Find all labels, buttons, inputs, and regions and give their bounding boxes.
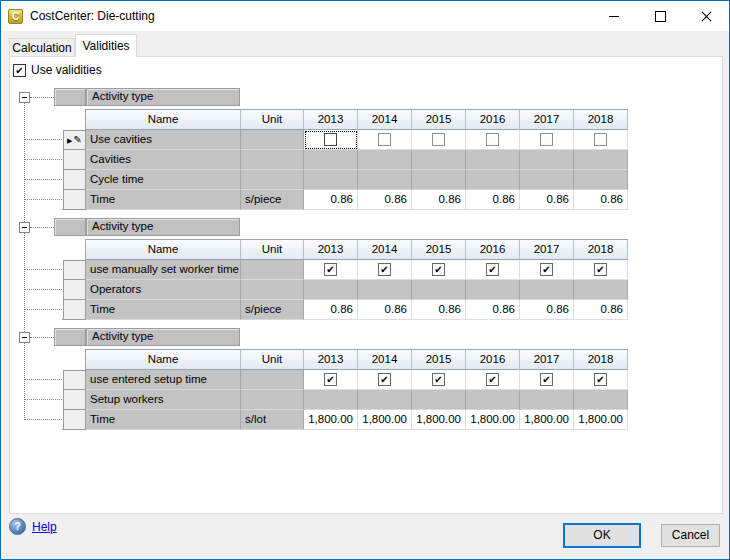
column-header-year[interactable]: 2016 xyxy=(466,110,520,130)
year-value-cell[interactable]: 1,800.00 xyxy=(358,410,412,430)
year-checkbox-cell[interactable] xyxy=(574,130,628,150)
year-value-cell[interactable]: 0.86 xyxy=(520,300,574,320)
unchecked-checkbox[interactable] xyxy=(594,133,607,146)
checked-checkbox[interactable]: ✔ xyxy=(486,263,499,276)
row-selector[interactable]: ▶✎ xyxy=(63,130,86,150)
row-selector[interactable] xyxy=(63,300,86,320)
collapse-button[interactable] xyxy=(19,222,30,233)
app-icon[interactable]: C xyxy=(8,9,23,24)
year-checkbox-cell[interactable]: ✔ xyxy=(358,260,412,280)
year-checkbox-cell[interactable]: ✔ xyxy=(520,370,574,390)
column-header-year[interactable]: 2018 xyxy=(574,110,628,130)
checked-checkbox[interactable]: ✔ xyxy=(540,373,553,386)
year-value-cell[interactable]: 0.86 xyxy=(358,300,412,320)
column-header-year[interactable]: 2017 xyxy=(520,350,574,370)
row-selector[interactable] xyxy=(63,170,86,190)
close-button[interactable] xyxy=(683,1,729,31)
column-header-year[interactable]: 2018 xyxy=(574,240,628,260)
row-selector[interactable] xyxy=(63,370,86,390)
checked-checkbox[interactable]: ✔ xyxy=(432,263,445,276)
unchecked-checkbox[interactable] xyxy=(486,133,499,146)
year-checkbox-cell[interactable]: ✔ xyxy=(358,370,412,390)
cancel-button[interactable]: Cancel xyxy=(661,524,720,547)
year-checkbox-cell[interactable]: ✔ xyxy=(574,370,628,390)
year-value-cell[interactable]: 1,800.00 xyxy=(412,410,466,430)
year-value-cell[interactable]: 0.86 xyxy=(466,300,520,320)
collapse-button[interactable] xyxy=(19,92,30,103)
year-value-cell[interactable]: 0.86 xyxy=(412,300,466,320)
column-header-name[interactable]: Name xyxy=(86,110,241,130)
column-header-unit[interactable]: Unit xyxy=(241,350,304,370)
column-header-year[interactable]: 2013 xyxy=(304,110,358,130)
column-header-year[interactable]: 2013 xyxy=(304,240,358,260)
column-header-year[interactable]: 2014 xyxy=(358,240,412,260)
year-checkbox-cell[interactable] xyxy=(466,130,520,150)
checked-checkbox[interactable]: ✔ xyxy=(378,373,391,386)
row-selector[interactable] xyxy=(63,260,86,280)
column-header-year[interactable]: 2016 xyxy=(466,350,520,370)
year-value-cell[interactable]: 1,800.00 xyxy=(304,410,358,430)
column-header-year[interactable]: 2014 xyxy=(358,350,412,370)
column-header-year[interactable]: 2016 xyxy=(466,240,520,260)
maximize-button[interactable] xyxy=(637,1,683,31)
year-checkbox-cell[interactable] xyxy=(520,130,574,150)
year-value-cell[interactable]: 1,800.00 xyxy=(466,410,520,430)
checked-checkbox[interactable]: ✔ xyxy=(324,373,337,386)
year-value-cell[interactable]: 1,800.00 xyxy=(574,410,628,430)
help-icon[interactable]: ? xyxy=(9,518,26,535)
column-header-unit[interactable]: Unit xyxy=(241,110,304,130)
checked-checkbox[interactable]: ✔ xyxy=(378,263,391,276)
row-selector[interactable] xyxy=(63,410,86,430)
column-header-year[interactable]: 2015 xyxy=(412,110,466,130)
column-header-name[interactable]: Name xyxy=(86,240,241,260)
year-value-cell[interactable]: 1,800.00 xyxy=(520,410,574,430)
column-header-year[interactable]: 2015 xyxy=(412,350,466,370)
column-header-year[interactable]: 2017 xyxy=(520,110,574,130)
checked-checkbox[interactable]: ✔ xyxy=(594,263,607,276)
checked-checkbox[interactable]: ✔ xyxy=(594,373,607,386)
minimize-button[interactable] xyxy=(591,1,637,31)
year-checkbox-cell[interactable] xyxy=(304,130,358,150)
year-checkbox-cell[interactable] xyxy=(412,130,466,150)
year-value-cell[interactable]: 0.86 xyxy=(304,190,358,210)
column-header-name[interactable]: Name xyxy=(86,350,241,370)
year-checkbox-cell[interactable]: ✔ xyxy=(412,260,466,280)
year-value-cell[interactable]: 0.86 xyxy=(520,190,574,210)
year-checkbox-cell[interactable]: ✔ xyxy=(304,260,358,280)
tab-calculation[interactable]: Calculation xyxy=(9,38,75,57)
column-header-year[interactable]: 2013 xyxy=(304,350,358,370)
unchecked-checkbox[interactable] xyxy=(432,133,445,146)
checked-checkbox[interactable]: ✔ xyxy=(540,263,553,276)
year-value-cell[interactable]: 0.86 xyxy=(358,190,412,210)
year-value-cell[interactable]: 0.86 xyxy=(466,190,520,210)
year-checkbox-cell[interactable]: ✔ xyxy=(574,260,628,280)
unchecked-checkbox[interactable] xyxy=(324,133,337,146)
year-checkbox-cell[interactable]: ✔ xyxy=(466,370,520,390)
row-selector[interactable] xyxy=(63,190,86,210)
unchecked-checkbox[interactable] xyxy=(540,133,553,146)
year-checkbox-cell[interactable] xyxy=(358,130,412,150)
checked-checkbox[interactable]: ✔ xyxy=(324,263,337,276)
column-header-unit[interactable]: Unit xyxy=(241,240,304,260)
unchecked-checkbox[interactable] xyxy=(378,133,391,146)
year-value-cell[interactable]: 0.86 xyxy=(412,190,466,210)
year-checkbox-cell[interactable]: ✔ xyxy=(466,260,520,280)
column-header-year[interactable]: 2018 xyxy=(574,350,628,370)
year-value-cell[interactable]: 0.86 xyxy=(574,190,628,210)
ok-button[interactable]: OK xyxy=(563,523,641,548)
year-checkbox-cell[interactable]: ✔ xyxy=(520,260,574,280)
checked-checkbox[interactable]: ✔ xyxy=(432,373,445,386)
column-header-year[interactable]: 2015 xyxy=(412,240,466,260)
year-checkbox-cell[interactable]: ✔ xyxy=(304,370,358,390)
help-link[interactable]: Help xyxy=(32,520,57,534)
year-value-cell[interactable]: 0.86 xyxy=(574,300,628,320)
row-selector[interactable] xyxy=(63,280,86,300)
checked-checkbox[interactable]: ✔ xyxy=(486,373,499,386)
collapse-button[interactable] xyxy=(19,332,30,343)
tab-validities[interactable]: Validities xyxy=(75,34,137,57)
year-checkbox-cell[interactable]: ✔ xyxy=(412,370,466,390)
year-value-cell[interactable]: 0.86 xyxy=(304,300,358,320)
column-header-year[interactable]: 2014 xyxy=(358,110,412,130)
row-selector[interactable] xyxy=(63,390,86,410)
row-selector[interactable] xyxy=(63,150,86,170)
